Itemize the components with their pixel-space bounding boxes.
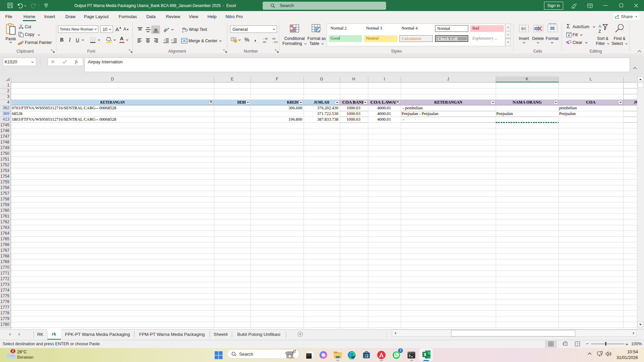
svg-text:.00: .00 xyxy=(262,41,266,44)
svg-text:A: A xyxy=(598,24,601,29)
svg-text:.00: .00 xyxy=(272,37,276,40)
svg-text:.0: .0 xyxy=(266,38,268,40)
svg-text:ab: ab xyxy=(163,27,168,33)
svg-text:.0: .0 xyxy=(276,41,278,43)
svg-text:Z: Z xyxy=(598,29,601,34)
